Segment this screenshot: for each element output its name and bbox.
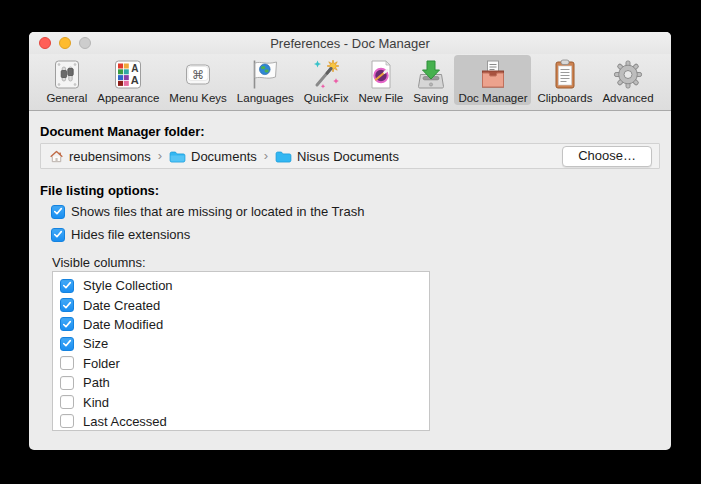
path-separator: › [264,148,268,163]
toolbar-item-doc-manager[interactable]: Doc Manager [454,55,531,105]
home-icon [49,149,64,164]
column-label: Kind [83,395,109,410]
toolbar-item-appearance[interactable]: A A Appearance [93,55,163,105]
option-label: Shows files that are missing or located … [71,204,364,219]
checkbox-size[interactable] [60,337,74,351]
column-row: Kind [53,392,429,411]
checkbox-kind[interactable] [60,395,74,409]
column-label: Date Modified [83,317,163,332]
column-label: Style Collection [83,278,173,293]
switches-icon [50,57,84,92]
flag-globe-icon [248,57,282,92]
minimize-button[interactable] [59,37,71,49]
checkbox-folder[interactable] [60,356,74,370]
column-label: Path [83,375,110,390]
column-row: Style Collection [53,276,429,295]
path-segment-label: Documents [191,149,257,164]
folder-path-bar: reubensimons › Documents › [40,143,660,169]
visible-columns-list: Style Collection Date Created Date Modif… [52,271,430,431]
column-row: Size [53,334,429,353]
folder-section-label: Document Manager folder: [40,124,205,139]
toolbar-item-languages[interactable]: Languages [233,55,298,105]
traffic-lights [39,37,91,49]
option-label: Hides file extensions [71,227,190,242]
checkbox-date-modified[interactable] [60,317,74,331]
close-button[interactable] [39,37,51,49]
color-swatch-icon: A A [111,57,145,92]
toolbar-item-menu-keys[interactable]: ⌘ Menu Keys [165,55,231,105]
path-separator: › [158,148,162,163]
clipboard-icon [548,57,582,92]
toolbar-item-clipboards[interactable]: Clipboards [533,55,596,105]
svg-text:A: A [131,74,139,86]
path-segment-nisus-documents[interactable]: Nisus Documents [275,149,399,164]
column-row: Last Accessed [53,412,429,431]
toolbar-item-label: Advanced [602,92,653,104]
magic-wand-icon [309,57,343,92]
path-segment-label: reubensimons [69,149,151,164]
column-label: Folder [83,356,120,371]
gear-icon [611,57,645,92]
preferences-toolbar: General A A Appearance [29,54,671,111]
column-row: Date Created [53,295,429,314]
folder-icon [169,150,186,163]
toolbar-item-label: Clipboards [537,92,592,104]
column-label: Date Created [83,298,160,313]
checkbox-date-created[interactable] [60,298,74,312]
toolbar-item-label: General [46,92,87,104]
path-segment-label: Nisus Documents [297,149,399,164]
svg-text:⌘: ⌘ [192,68,204,82]
save-arrow-icon [414,57,448,92]
path-segment-home[interactable]: reubensimons [49,149,151,164]
checkbox-path[interactable] [60,376,74,390]
title-bar[interactable]: Preferences - Doc Manager [29,32,671,54]
svg-text:A: A [131,63,138,74]
folder-icon [275,150,292,163]
option-row: Shows files that are missing or located … [51,204,364,219]
toolbar-item-general[interactable]: General [42,55,91,105]
toolbar-item-label: Menu Keys [169,92,227,104]
option-row: Hides file extensions [51,227,190,242]
file-listing-section-label: File listing options: [40,183,159,198]
toolbar-item-label: Languages [237,92,294,104]
toolbar-item-label: Saving [413,92,448,104]
column-label: Last Accessed [83,414,167,429]
toolbar-item-saving[interactable]: Saving [409,55,452,105]
column-row: Folder [53,354,429,373]
zoom-button [79,37,91,49]
checkbox-show-missing-trash[interactable] [51,205,65,219]
doc-manager-pane: Document Manager folder: reubensimons › [29,111,671,450]
toolbar-item-label: New File [359,92,404,104]
choose-folder-button[interactable]: Choose… [562,146,652,167]
visible-columns-label: Visible columns: [52,255,146,270]
toolbar-item-label: QuickFix [304,92,349,104]
toolbar-item-quickfix[interactable]: QuickFix [300,55,353,105]
path-segment-documents[interactable]: Documents [169,149,257,164]
checkbox-last-accessed[interactable] [60,414,74,428]
column-row: Date Modified [53,315,429,334]
new-file-icon [364,57,398,92]
column-label: Size [83,336,108,351]
checkbox-hide-extensions[interactable] [51,228,65,242]
toolbar-item-label: Doc Manager [458,92,527,104]
column-row: Path [53,373,429,392]
window-title: Preferences - Doc Manager [270,36,430,51]
doc-drawer-icon [476,57,510,92]
toolbar-item-advanced[interactable]: Advanced [598,55,657,105]
toolbar-item-label: Appearance [97,92,159,104]
preferences-window: Preferences - Doc Manager General [29,32,671,450]
toolbar-item-new-file[interactable]: New File [355,55,408,105]
command-key-icon: ⌘ [181,57,215,92]
checkbox-style-collection[interactable] [60,279,74,293]
